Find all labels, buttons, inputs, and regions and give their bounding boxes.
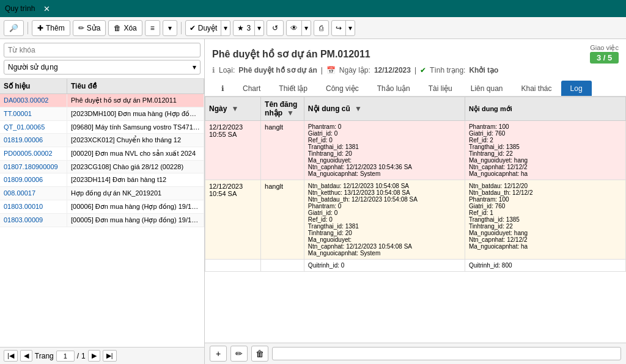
log-user: hanglt — [261, 121, 304, 180]
check-icon: ✔ — [420, 66, 426, 75]
search-input[interactable] — [4, 43, 201, 57]
tab-khai-thac[interactable]: Khai thác — [512, 81, 561, 96]
list-row[interactable]: QT_01.00065 [09680] Máy tính Samsung vos… — [0, 121, 204, 134]
doc-meta: ℹ Loại: Phê duyệt hồ sơ dự án | 📅 Ngày l… — [212, 64, 619, 77]
delete-row-button[interactable]: 🗑 — [251, 346, 268, 362]
star-dropdown: ★ 3 ▾ — [233, 20, 264, 36]
close-button[interactable]: ✕ — [40, 3, 54, 15]
col-title-header: Tiêu đề — [67, 79, 204, 93]
list-cell-id: QT_01.00065 — [0, 121, 67, 133]
list-cell-id: 01819.00006 — [0, 134, 67, 147]
log-table: Ngày ▼ Tên đăng nhập ▼ Nội dung cũ ▼ Nội… — [205, 96, 626, 272]
tab-cong-viec[interactable]: Công việc — [317, 81, 368, 96]
toolbar: 🔎 ✚ Thêm ✏ Sửa 🗑 Xóa ≡ ▾ ✔ Duyệt ▾ ★ 3 ▾… — [0, 17, 626, 39]
binoculars-icon: 🔎 — [9, 24, 18, 32]
check-icon: ✔ — [190, 24, 196, 32]
edit-row-button[interactable]: ✏ — [230, 346, 248, 362]
star-arrow[interactable]: ▾ — [254, 21, 263, 35]
pipe-1: | — [321, 66, 323, 75]
page-first-button[interactable]: |◀ — [4, 350, 18, 362]
star-icon: ★ — [237, 24, 244, 32]
page-input[interactable] — [56, 351, 75, 362]
tab-chart[interactable]: Chart — [234, 81, 270, 96]
approve-dropdown: ✔ Duyệt ▾ — [185, 20, 231, 36]
list-row[interactable]: 01819.00006 [2023XCK012] Chuyển kho thán… — [0, 134, 204, 147]
total-pages: 1 — [81, 352, 86, 360]
chevron-down-icon: ▾ — [193, 63, 196, 71]
add-row-button[interactable]: + — [210, 346, 227, 362]
loai-value: Phê duyệt hồ sơ dự án — [238, 66, 317, 75]
page-separator: / — [77, 352, 79, 360]
pagination: |◀ ◀ Trang / 1 ▶ ▶| — [0, 347, 204, 364]
col-date-header: Ngày ▼ — [205, 97, 261, 121]
doc-header: Phê duyệt hồ sơ dự án PM.012011 Giao việ… — [205, 39, 626, 96]
list-cell-id: 008.00017 — [0, 187, 67, 200]
user-filter-icon[interactable]: ▼ — [287, 109, 294, 117]
pencil-icon: ✏ — [78, 24, 84, 32]
list-row[interactable]: DA0003.00002 Phê duyệt hồ sơ dự án PM.01… — [0, 94, 204, 107]
menu-arrow-button[interactable]: ▾ — [163, 20, 177, 36]
list-row[interactable]: 01803.00010 [00006] Đơn mua hàng (Hợp đồ… — [0, 200, 204, 214]
log-user-partial — [261, 260, 304, 272]
edit-button[interactable]: ✏ Sửa — [73, 20, 106, 36]
log-new: Ntn_batdau: 12/12/20 Ntn_batdau_th: 12/1… — [465, 180, 625, 260]
add-button[interactable]: ✚ Thêm — [32, 20, 70, 36]
list-cell-id: TT.00001 — [0, 107, 67, 120]
menu-button[interactable]: ≡ — [145, 20, 160, 36]
action-input[interactable] — [272, 347, 621, 360]
tab-log[interactable]: Log — [561, 81, 592, 96]
page-last-button[interactable]: ▶| — [103, 350, 117, 362]
star-button[interactable]: ★ 3 — [234, 22, 254, 34]
col-new-header: Nội dung mới — [465, 97, 625, 121]
print-button[interactable]: ⎙ — [314, 20, 329, 36]
giao-viec-badge: 3 / 5 — [590, 52, 619, 64]
list-cell-id: DA0003.00002 — [0, 94, 67, 107]
share-dropdown: ↪ ▾ — [331, 20, 355, 36]
user-select[interactable]: Người sử dụng ▾ — [4, 60, 201, 75]
refresh-button[interactable]: ↺ — [267, 20, 284, 36]
main-layout: Người sử dụng ▾ Số hiệu Tiêu đề DA0003.0… — [0, 39, 626, 364]
action-bar: + ✏ 🗑 — [205, 343, 626, 364]
tab-info[interactable]: ℹ — [212, 81, 234, 96]
log-row: 12/12/202310:55 SA hanglt Phantram: 0 Gi… — [205, 121, 626, 180]
share-button[interactable]: ↪ — [332, 22, 345, 34]
tab-thiet-lap[interactable]: Thiết lập — [270, 81, 317, 96]
tabs-row: ℹChartThiết lậpCông việcThảo luậnTài liệ… — [212, 81, 619, 96]
log-new: Phantram: 100 Giatri_id: 760 Ref_id: 2 T… — [465, 121, 625, 180]
list-row[interactable]: 01809.00006 [2023DH114] Đơn bán hàng t12 — [0, 173, 204, 187]
doc-title-row: Phê duyệt hồ sơ dự án PM.012011 Giao việ… — [212, 44, 619, 64]
list-cell-id: 01809.00006 — [0, 173, 67, 186]
list-row[interactable]: PD00005.00002 [00020] Đơn mua NVL cho sả… — [0, 147, 204, 161]
list-row[interactable]: 01803.00009 [00005] Đơn mua hàng (Hợp đồ… — [0, 214, 204, 227]
list-row[interactable]: 01807.180900009 [2023CG108] Chào giá 28/… — [0, 161, 204, 173]
tab-thao-luan[interactable]: Thảo luận — [368, 81, 419, 96]
list-cell-id: PD00005.00002 — [0, 147, 67, 160]
list-cell-title: [2023XCK012] Chuyển kho tháng 12 — [67, 134, 204, 147]
list-cell-id: 01803.00009 — [0, 214, 67, 227]
approve-button[interactable]: ✔ Duyệt — [186, 22, 221, 34]
log-date-partial — [205, 260, 261, 272]
approve-arrow[interactable]: ▾ — [221, 21, 230, 35]
page-next-button[interactable]: ▶ — [88, 350, 100, 362]
tab-lien-quan[interactable]: Liên quan — [462, 81, 512, 96]
binoculars-button[interactable]: 🔎 — [4, 20, 24, 36]
delete-button[interactable]: 🗑 Xóa — [108, 20, 142, 36]
ngay-label: Ngày lập: — [339, 66, 370, 75]
share-arrow[interactable]: ▾ — [345, 21, 355, 35]
tab-tai-lieu[interactable]: Tài liệu — [419, 81, 462, 96]
list-rows: DA0003.00002 Phê duyệt hồ sơ dự án PM.01… — [0, 94, 204, 227]
list-cell-title: [00020] Đơn mua NVL cho sản xuất 2024 — [67, 147, 204, 160]
date-filter-icon[interactable]: ▼ — [231, 104, 238, 113]
log-old-partial: Quitrinh_id: 0 — [304, 260, 465, 272]
plus-icon: ✚ — [37, 24, 43, 32]
list-cell-title: Hợp đồng dự án NK_2019201 — [67, 187, 204, 200]
page-prev-button[interactable]: ◀ — [20, 350, 32, 362]
eye-arrow[interactable]: ▾ — [301, 21, 311, 35]
list-cell-title: [2023DMH100] Đơn mua hàng (Hợp đồng) 0 (… — [67, 107, 204, 120]
list-row[interactable]: 008.00017 Hợp đồng dự án NK_2019201 — [0, 187, 204, 200]
old-filter-icon[interactable]: ▼ — [355, 104, 362, 113]
list-cell-title: [00005] Đơn mua hàng (Hợp đồng) 19/10 (0 — [67, 214, 204, 227]
eye-button[interactable]: 👁 — [287, 22, 301, 34]
list-row[interactable]: TT.00001 [2023DMH100] Đơn mua hàng (Hợp … — [0, 107, 204, 121]
refresh-icon: ↺ — [272, 24, 278, 32]
